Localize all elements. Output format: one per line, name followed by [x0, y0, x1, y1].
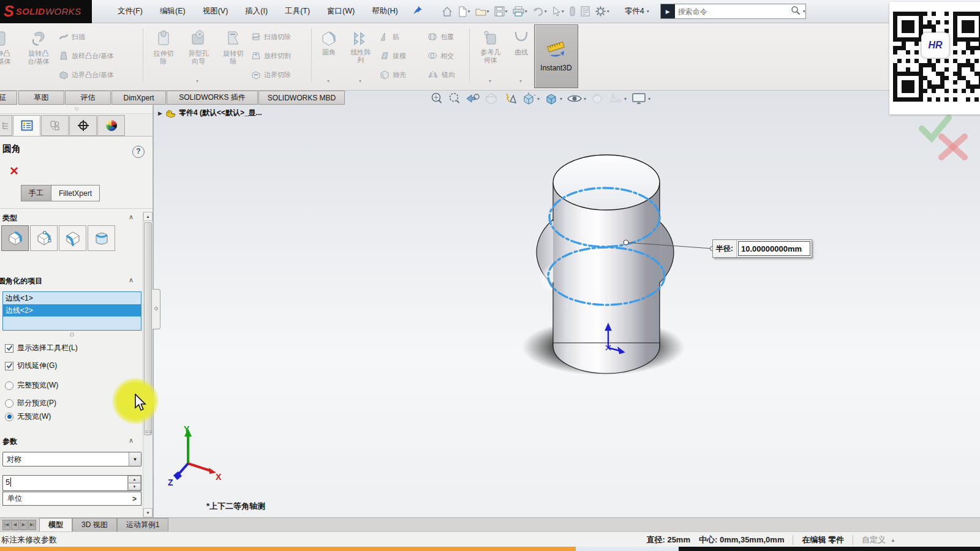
menu-window[interactable]: 窗口(W)	[321, 4, 361, 19]
select-cursor-icon[interactable]: ▾	[550, 4, 566, 20]
menu-tools[interactable]: 工具(T)	[279, 4, 316, 19]
radio-icon[interactable]	[5, 399, 13, 408]
draft-button[interactable]: 拔模	[380, 48, 406, 63]
scroll-up-icon[interactable]: ▲	[143, 212, 153, 221]
confirm-ok-check-icon[interactable]	[922, 118, 949, 138]
tab-sw-addins[interactable]: SOLIDWORKS 插件	[167, 91, 258, 105]
edge-list-item[interactable]: 边线<2>	[3, 304, 141, 317]
radius-input[interactable]: 5	[3, 476, 127, 490]
loft-cut-button[interactable]: 放样切割	[251, 48, 291, 63]
nav-last-icon[interactable]: ▶|	[28, 520, 36, 530]
hole-wizard-button[interactable]: 异型孔 向导 ▾	[180, 26, 217, 87]
loft-button[interactable]: 放样凸台/基体	[59, 48, 114, 63]
list-resize-grip[interactable]	[70, 332, 74, 337]
scroll-down-icon[interactable]: ▼	[143, 508, 153, 517]
caret-down-icon[interactable]: ▾	[525, 9, 527, 14]
caret-down-icon[interactable]: ▾	[607, 9, 609, 14]
caret-down-icon[interactable]: ▾	[560, 96, 562, 102]
apply-scene-icon[interactable]: ▾	[608, 92, 627, 105]
menu-edit[interactable]: 编辑(E)	[154, 4, 192, 19]
caret-down-icon[interactable]: ▾	[519, 78, 522, 84]
full-round-fillet-button[interactable]	[88, 225, 115, 251]
save-icon[interactable]: ▾	[492, 4, 510, 20]
pin-menu-icon[interactable]	[413, 6, 423, 17]
home-icon[interactable]	[440, 4, 454, 20]
sweep-button[interactable]: 扫描	[59, 29, 85, 44]
nav-next-icon[interactable]: ▶	[20, 520, 28, 530]
hide-show-items-icon[interactable]: ▾	[567, 92, 586, 105]
view-settings-icon[interactable]: ▾	[631, 92, 650, 105]
display-manager-tab[interactable]	[97, 115, 125, 136]
boundary-button[interactable]: 边界凸台/基体	[59, 67, 114, 82]
menu-insert[interactable]: 插入(I)	[239, 4, 274, 19]
property-manager-tab[interactable]	[13, 115, 40, 136]
filletxpert-mode-button[interactable]: FilletXpert	[51, 186, 99, 201]
caret-down-icon[interactable]: ▾	[505, 9, 508, 14]
model-tab[interactable]: 模型	[39, 518, 72, 531]
revolve-boss-button[interactable]: 旋转凸 台/基体	[20, 26, 58, 87]
chevron-up-icon[interactable]: ∧	[129, 437, 134, 444]
units-flyout[interactable]: 单位 >	[2, 492, 141, 506]
radius-spinner[interactable]: 5 ▲ ▼	[2, 475, 141, 491]
fillet-method-dropdown[interactable]: 对称 ▼	[2, 452, 141, 467]
tangent-propagation-row[interactable]: 切线延伸(G)	[5, 361, 57, 371]
nav-first-icon[interactable]: |◀	[2, 520, 10, 530]
checkbox-checked-icon[interactable]	[5, 344, 13, 353]
shell-button[interactable]: 抽壳	[380, 67, 406, 82]
caret-down-icon[interactable]: ▾	[545, 9, 547, 14]
caret-down-icon[interactable]: ▾	[562, 9, 564, 14]
instant3d-button[interactable]: Instant3D	[534, 24, 578, 88]
new-document-icon[interactable]: ▾	[456, 4, 472, 20]
caret-down-icon[interactable]: ▾	[648, 96, 650, 102]
no-preview-row[interactable]: 无预览(W)	[5, 411, 51, 422]
face-fillet-button[interactable]	[59, 225, 86, 251]
mirror-button[interactable]: 镜向	[428, 67, 455, 82]
checkbox-checked-icon[interactable]	[5, 362, 13, 370]
radio-selected-icon[interactable]	[5, 413, 13, 421]
motion-study-tab[interactable]: 运动算例1	[117, 518, 169, 531]
undo-icon[interactable]: ▾	[530, 4, 549, 20]
linear-pattern-button[interactable]: 线性阵 列 ▾	[344, 26, 377, 87]
dropdown-arrow-icon[interactable]: ▼	[129, 452, 141, 466]
intersect-button[interactable]: 相交	[428, 48, 454, 63]
extrude-cut-button[interactable]: 拉伸切 除	[146, 26, 181, 87]
expand-arrow-icon[interactable]: ▶	[158, 110, 162, 116]
caret-down-icon[interactable]: ▾	[196, 78, 198, 84]
search-input[interactable]	[675, 7, 791, 16]
feature-tree-root[interactable]: ▶ 零件4 (默认<<默认>_显...	[158, 108, 262, 118]
caret-down-icon[interactable]: ▾	[803, 9, 805, 14]
full-preview-row[interactable]: 完整预览(W)	[5, 380, 58, 391]
model-top-face[interactable]	[553, 155, 660, 210]
curves-button[interactable]: 曲线 ▾	[508, 26, 534, 87]
caret-down-icon[interactable]: ▾	[537, 96, 540, 102]
panel-splitter-handle[interactable]	[153, 289, 160, 329]
chevron-up-icon[interactable]: ∧	[129, 276, 134, 284]
feature-tree-tab[interactable]	[0, 115, 12, 136]
extrude-boss-button[interactable]: 拉伸凸 台/基体	[0, 26, 18, 87]
caret-down-icon[interactable]: ▾	[487, 9, 489, 14]
zoom-fit-icon[interactable]	[430, 92, 443, 105]
cancel-button[interactable]: ×	[10, 164, 18, 178]
variable-size-fillet-button[interactable]	[30, 225, 58, 251]
manual-mode-button[interactable]: 手工	[21, 186, 51, 201]
panel-collapse-strip[interactable]: ◇	[0, 105, 153, 114]
spin-down-icon[interactable]: ▼	[128, 483, 141, 490]
sweep-cut-button[interactable]: 扫描切除	[251, 29, 291, 44]
boundary-cut-button[interactable]: 边界切除	[251, 67, 291, 82]
menu-help[interactable]: 帮助(H)	[366, 4, 404, 19]
options-gear-icon[interactable]: ▾	[593, 4, 611, 20]
dynamic-annotation-icon[interactable]	[502, 92, 517, 105]
tab-dimxpert[interactable]: DimXpert	[111, 91, 166, 105]
dimxpert-manager-tab[interactable]	[69, 115, 97, 136]
edit-appearance-icon[interactable]	[590, 92, 604, 105]
custom-dropdown[interactable]: 自定义▲	[862, 534, 895, 545]
nav-prev-icon[interactable]: ◀	[11, 520, 19, 530]
partial-preview-row[interactable]: 部分预览(P)	[5, 398, 56, 408]
wrap-button[interactable]: 包覆	[428, 29, 454, 44]
caret-down-icon[interactable]: ▾	[624, 96, 627, 102]
tab-features[interactable]: 特征	[0, 91, 17, 105]
chevron-up-icon[interactable]: ∧	[129, 213, 134, 221]
view-orientation-icon[interactable]: ▾	[521, 92, 540, 105]
caret-down-icon[interactable]: ▾	[468, 9, 470, 14]
open-document-icon[interactable]: ▾	[473, 4, 491, 20]
